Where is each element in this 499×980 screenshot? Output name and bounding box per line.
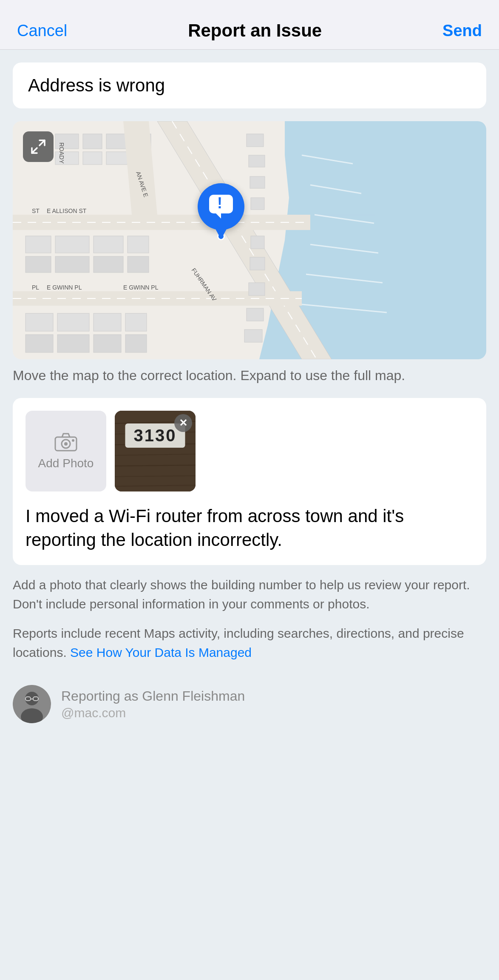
photo-comment-card: Add Photo xyxy=(13,398,486,565)
svg-rect-13 xyxy=(106,152,128,165)
svg-rect-26 xyxy=(26,256,51,273)
svg-rect-38 xyxy=(125,335,147,352)
svg-rect-33 xyxy=(26,335,53,352)
svg-rect-36 xyxy=(94,335,121,352)
issue-pin: ! xyxy=(198,183,244,240)
user-name: Reporting as Glenn Fleishman xyxy=(61,688,245,704)
avatar-image xyxy=(13,685,51,723)
photos-row: Add Photo xyxy=(26,411,473,491)
page-title: Report an Issue xyxy=(188,20,322,41)
svg-text:ROADY: ROADY xyxy=(58,142,65,164)
photo-hint-text: Add a photo that clearly shows the build… xyxy=(13,575,486,614)
map-svg: ST E ALLISON ST PL E GWINN PL E GWINN PL… xyxy=(13,121,486,359)
svg-rect-43 xyxy=(251,236,264,249)
expand-arrows-icon xyxy=(30,139,46,155)
svg-rect-39 xyxy=(247,134,264,147)
svg-rect-9 xyxy=(83,134,102,149)
svg-rect-44 xyxy=(250,257,265,270)
svg-marker-59 xyxy=(216,213,221,219)
exclamation-icon: ! xyxy=(207,193,235,220)
svg-rect-40 xyxy=(249,155,265,167)
svg-text:PL: PL xyxy=(32,284,39,291)
user-info: Reporting as Glenn Fleishman @mac.com xyxy=(61,688,245,720)
header: Cancel Report an Issue Send xyxy=(0,0,499,50)
svg-rect-35 xyxy=(94,313,121,331)
svg-point-63 xyxy=(64,442,68,446)
svg-rect-32 xyxy=(57,313,89,331)
map-caption: Move the map to the correct location. Ex… xyxy=(13,366,486,385)
svg-rect-31 xyxy=(26,313,53,331)
svg-rect-42 xyxy=(251,198,264,210)
svg-rect-47 xyxy=(244,330,262,342)
user-email: @mac.com xyxy=(61,706,245,720)
svg-rect-24 xyxy=(55,236,89,253)
comment-text: I moved a Wi-Fi router from across town … xyxy=(26,504,473,552)
data-link[interactable]: See How Your Data Is Managed xyxy=(70,645,252,659)
svg-rect-12 xyxy=(106,134,128,149)
svg-rect-37 xyxy=(125,313,147,331)
svg-rect-23 xyxy=(26,236,51,253)
svg-rect-46 xyxy=(247,308,264,321)
expand-map-button[interactable] xyxy=(23,131,54,162)
cancel-button[interactable]: Cancel xyxy=(17,22,67,40)
svg-point-64 xyxy=(72,439,74,442)
svg-rect-28 xyxy=(94,256,123,273)
svg-line-56 xyxy=(32,148,37,153)
svg-rect-45 xyxy=(249,283,265,295)
svg-rect-41 xyxy=(250,176,265,188)
add-photo-button[interactable]: Add Photo xyxy=(26,411,106,491)
add-photo-label: Add Photo xyxy=(38,457,94,470)
data-notice-text: Reports include recent Maps activity, in… xyxy=(13,624,486,662)
svg-rect-30 xyxy=(128,256,149,273)
photo-thumbnail: 3130 ✕ xyxy=(115,411,196,491)
svg-text:E GWINN PL: E GWINN PL xyxy=(123,284,159,291)
svg-rect-29 xyxy=(128,236,149,253)
svg-text:E ALLISON ST: E ALLISON ST xyxy=(47,207,87,214)
map-section: ST E ALLISON ST PL E GWINN PL E GWINN PL… xyxy=(13,121,486,385)
svg-rect-34 xyxy=(57,335,89,352)
issue-type-text: Address is wrong xyxy=(28,75,165,95)
svg-text:!: ! xyxy=(217,194,222,212)
camera-icon xyxy=(54,432,77,452)
svg-rect-11 xyxy=(83,152,102,165)
svg-line-57 xyxy=(40,140,45,145)
svg-text:E GWINN PL: E GWINN PL xyxy=(47,284,82,291)
issue-type-card: Address is wrong xyxy=(13,62,486,108)
remove-photo-button[interactable]: ✕ xyxy=(174,414,192,432)
svg-text:ST: ST xyxy=(32,207,40,214)
avatar xyxy=(13,685,51,723)
user-row: Reporting as Glenn Fleishman @mac.com xyxy=(13,685,486,723)
info-section: Add a photo that clearly shows the build… xyxy=(13,575,486,672)
pin-bubble: ! xyxy=(198,183,244,230)
svg-rect-25 xyxy=(94,236,123,253)
svg-rect-27 xyxy=(55,256,89,273)
map-container[interactable]: ST E ALLISON ST PL E GWINN PL E GWINN PL… xyxy=(13,121,486,359)
send-button[interactable]: Send xyxy=(442,22,482,40)
